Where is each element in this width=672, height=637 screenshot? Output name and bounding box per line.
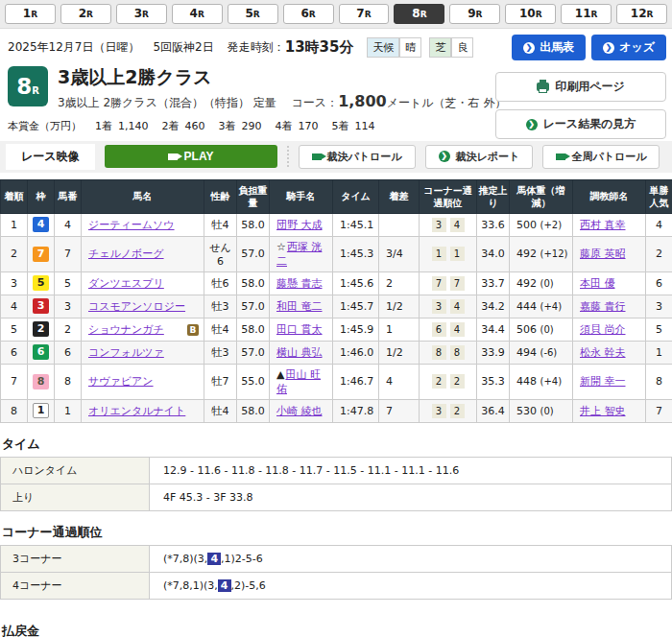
jockey-cell: 和田 竜二 <box>270 295 333 318</box>
race-number: 8 <box>16 74 32 99</box>
race-tab-7r[interactable]: 7R <box>339 4 390 24</box>
trainer-name-link[interactable]: 西村 真幸 <box>580 219 626 231</box>
race-conditions-text: 3歳以上 2勝クラス（混合）（特指） 定量 <box>58 96 276 109</box>
furlong-time-value: 12.9 - 11.6 - 11.8 - 11.8 - 11.7 - 11.5 … <box>150 457 672 484</box>
zenshu-patrol-button[interactable]: 全周パトロール <box>542 145 660 169</box>
body-weight: 506 (0) <box>510 318 573 341</box>
carried-weight: 58.0 <box>237 318 270 341</box>
results-header-row: 着順 枠 馬番 馬名 性齢 負担重量 騎手名 タイム 着差 コーナー通過順位 推… <box>1 179 672 213</box>
horse-name-cell: チェルノボーグ <box>82 236 204 271</box>
trainer-name-link[interactable]: 藤原 英昭 <box>580 248 626 260</box>
shutsubahyo-label: 出馬表 <box>540 39 574 56</box>
course-label: コース： <box>292 96 339 109</box>
corner4-pre: (*7,8,1)(3, <box>163 579 218 592</box>
horse-number: 2 <box>55 318 82 341</box>
jockey-name-link[interactable]: 藤懸 貴志 <box>276 277 323 290</box>
race-tab-2r[interactable]: 2R <box>60 4 111 24</box>
trainer-name-link[interactable]: 井上 智史 <box>580 405 626 417</box>
corner-position: 4 <box>450 299 465 314</box>
margin: 1/2 <box>379 295 420 318</box>
prize-place: 3着 <box>219 120 236 132</box>
margin <box>379 213 420 236</box>
jockey-name-link[interactable]: 小崎 綾也 <box>276 405 323 417</box>
corner-position: 8 <box>432 345 446 360</box>
race-tab-9r[interactable]: 9R <box>449 4 500 24</box>
corner-table: 3コーナー (*7,8)(3,4,1)2-5-6 4コーナー (*7,8,1)(… <box>0 545 672 600</box>
shutsubahyo-button[interactable]: ❯ 出馬表 <box>512 35 586 60</box>
race-tab-12r[interactable]: 12R <box>616 4 667 24</box>
horse-name-link[interactable]: サヴァビアン <box>88 375 154 388</box>
horse-name-link[interactable]: ダンツエスプリ <box>88 277 164 290</box>
corner-position: 7 <box>450 276 465 291</box>
frame-number: 6 <box>33 344 49 360</box>
horse-number: 6 <box>55 341 82 364</box>
trainer-name-link[interactable]: 本田 優 <box>580 277 615 290</box>
horse-name-link[interactable]: ショウナンガチ <box>88 323 164 336</box>
trainer-name-link[interactable]: 松永 幹夫 <box>580 346 626 359</box>
carried-weight: 58.0 <box>237 213 270 236</box>
corner-position: 8 <box>450 345 465 360</box>
carried-weight: 57.0 <box>237 295 270 318</box>
horse-name-cell: Bショウナンガチ <box>82 318 204 341</box>
horse-name-cell: ダンツエスプリ <box>82 271 204 295</box>
odds-label: オッズ <box>619 39 655 56</box>
finish-position: 1 <box>1 213 28 236</box>
jockey-name-link[interactable]: 団野 大成 <box>276 219 323 231</box>
trainer-cell: 西村 真幸 <box>573 213 646 236</box>
body-weight: 492 (+12) <box>510 236 573 271</box>
corner-positions: 77 <box>420 271 477 295</box>
horse-name-link[interactable]: チェルノボーグ <box>88 248 164 260</box>
corner-position: 4 <box>450 322 465 337</box>
play-button[interactable]: PLAY <box>105 145 277 168</box>
arrow-circle-icon: ❯ <box>523 42 535 54</box>
last-3f: 34.0 <box>477 236 510 271</box>
race-tab-8r[interactable]: 8R <box>394 4 444 24</box>
trainer-cell: 井上 智史 <box>573 399 646 422</box>
jockey-name-link[interactable]: 田口 貫太 <box>276 323 323 336</box>
horse-name-link[interactable]: コスモアンソロジー <box>88 300 185 313</box>
jockey-cell: 田口 貫太 <box>270 318 333 341</box>
finish-time: 1:45.3 <box>333 236 379 271</box>
trainer-name-link[interactable]: 須貝 尚介 <box>580 323 626 336</box>
saiketsu-report-button[interactable]: ❯ 裁決レポート <box>425 145 534 169</box>
finish-time: 1:45.6 <box>333 271 379 295</box>
jockey-name-link[interactable]: 和田 竜二 <box>276 300 323 313</box>
trainer-cell: 嘉藤 貴行 <box>573 295 646 318</box>
saiketsu-patrol-button[interactable]: 裁決パトロール <box>299 145 416 169</box>
horse-name-link[interactable]: オリエンタルナイト <box>88 405 185 417</box>
finish-position: 6 <box>1 341 28 364</box>
horse-name-cell: コンフォルツァ <box>82 341 204 364</box>
race-tab-11r[interactable]: 11R <box>561 4 612 24</box>
carried-weight: 55.0 <box>237 364 270 399</box>
trainer-cell: 藤原 英昭 <box>573 236 646 271</box>
horse-name-link[interactable]: ジーティームソウ <box>88 219 175 231</box>
race-tab-6r[interactable]: 6R <box>283 4 334 24</box>
race-tab-3r[interactable]: 3R <box>116 4 167 24</box>
body-weight-diff: (0) <box>540 278 554 289</box>
agari-label: 上り <box>1 484 150 510</box>
horse-name-link[interactable]: コンフォルツァ <box>88 346 164 359</box>
header-actions: ❯ 出馬表 ❯ オッズ 印刷用ページ ❯ レース結果の見方 <box>455 35 666 147</box>
jockey-name-link[interactable]: 横山 典弘 <box>276 346 323 359</box>
margin: 1/2 <box>379 341 420 364</box>
win-popularity: 3 <box>646 295 672 318</box>
prize-amount: 1,140 <box>118 120 149 132</box>
corner4-label: 4コーナー <box>1 572 150 599</box>
trainer-name-link[interactable]: 新開 幸一 <box>580 375 626 388</box>
race-tab-4r[interactable]: 4R <box>172 4 223 24</box>
frame-cell: 3 <box>28 295 55 318</box>
odds-button[interactable]: ❯ オッズ <box>591 35 666 60</box>
print-page-button[interactable]: 印刷用ページ <box>495 72 666 102</box>
race-tab-1r[interactable]: 1R <box>5 4 56 24</box>
sex-age: 牡4 <box>204 318 237 341</box>
race-tab-5r[interactable]: 5R <box>228 4 278 24</box>
trainer-name-link[interactable]: 嘉藤 貴行 <box>580 300 626 313</box>
finish-position: 8 <box>1 399 28 422</box>
corner-positions: 34 <box>420 295 477 318</box>
sex-age: 牡4 <box>204 399 237 422</box>
horse-number: 5 <box>55 271 82 295</box>
race-tab-10r[interactable]: 10R <box>505 4 556 24</box>
col-popularity: 単勝人気 <box>646 179 672 213</box>
frame-number: 5 <box>33 275 49 291</box>
how-to-read-button[interactable]: ❯ レース結果の見方 <box>495 109 666 139</box>
